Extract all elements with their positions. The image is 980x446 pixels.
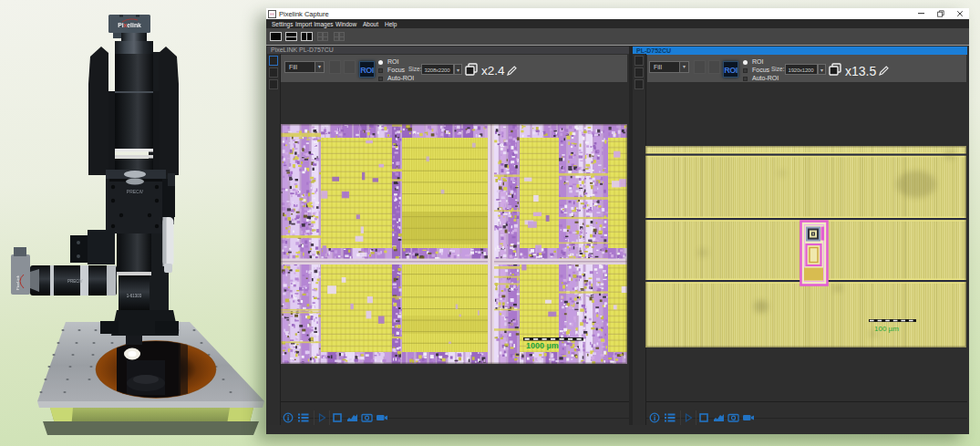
svg-text:PRECiV: PRECiV	[127, 189, 144, 194]
svg-text:1-61303: 1-61303	[127, 294, 142, 298]
svg-text:1000 µm: 1000 µm	[526, 341, 559, 350]
svg-text:PixeLink: PixeLink	[15, 275, 20, 290]
svg-text:100 µm: 100 µm	[874, 325, 899, 333]
svg-text:Pixelink: Pixelink	[118, 22, 141, 28]
svg-text:PRECiV: PRECiV	[67, 279, 83, 284]
